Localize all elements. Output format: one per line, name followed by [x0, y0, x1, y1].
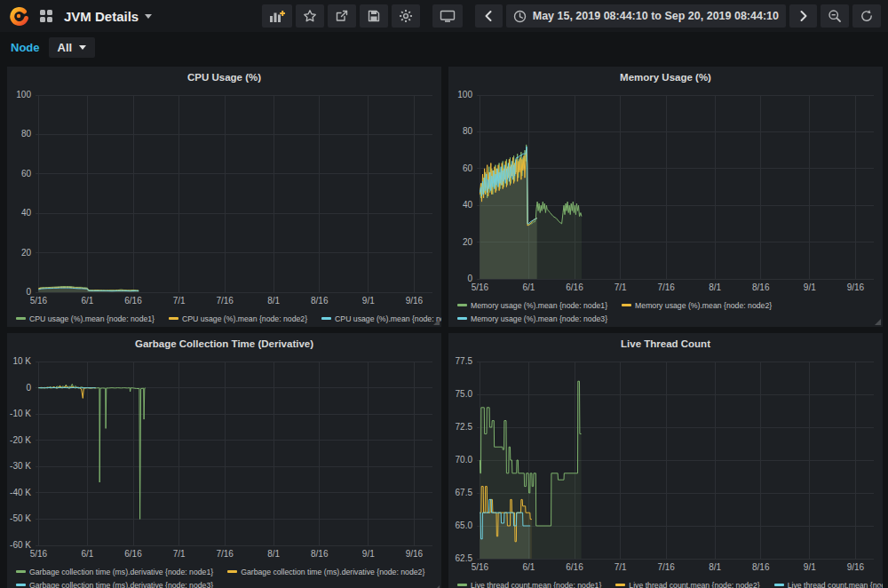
x-axis-tick-label: 9/16: [406, 549, 424, 559]
legend-label: Garbage collection time (ms).derivative …: [241, 568, 424, 576]
legend: Live thread count.mean {node: node1}Live…: [448, 578, 883, 588]
x-axis-tick-label: 8/1: [267, 296, 280, 306]
x-axis-tick-label: 7/1: [614, 282, 627, 292]
y-axis-tick-label: -10 K: [10, 409, 31, 418]
share-icon: [335, 9, 349, 23]
refresh-button[interactable]: [852, 4, 881, 28]
dashboard-title: JVM Details: [64, 9, 139, 24]
legend-item[interactable]: CPU usage (%).mean {node: node2}: [169, 314, 307, 323]
chart-gc-time: 10 K0-10 K-20 K-30 K-40 K-50 K-60 K5/166…: [7, 354, 441, 565]
y-axis-tick-label: 100: [457, 90, 472, 99]
navbar: JVM Details: [0, 0, 888, 32]
legend-label: CPU usage (%).mean {node: node1}: [29, 314, 155, 323]
legend-item[interactable]: Live thread count.mean {node: node1}: [457, 581, 601, 588]
legend-item[interactable]: Garbage collection time (ms).derivative …: [16, 568, 213, 576]
cycle-view-button[interactable]: [432, 4, 463, 28]
y-axis-tick-label: 20: [21, 248, 32, 258]
x-axis-tick-label: 8/1: [709, 282, 721, 292]
x-axis-tick-label: 5/16: [30, 549, 48, 559]
panel-resize-handle[interactable]: [875, 319, 881, 325]
x-axis-tick-label: 8/16: [752, 282, 770, 292]
legend-swatch: [169, 317, 178, 320]
y-axis-tick-label: 10 K: [12, 356, 31, 366]
zoom-out-icon: [828, 9, 842, 23]
y-axis-tick-label: 67.5: [456, 488, 473, 497]
legend-label: Garbage collection time (ms).derivative …: [29, 568, 213, 576]
grafana-logo-icon[interactable]: [7, 4, 30, 28]
legend-item[interactable]: Memory usage (%).mean {node: node3}: [457, 314, 607, 323]
chart-memory-usage: 0204060801005/166/16/167/17/168/18/169/1…: [448, 88, 883, 298]
save-button[interactable]: [360, 4, 388, 28]
time-forward-button[interactable]: [789, 4, 817, 28]
legend-row: CPU usage (%).mean {node: node1}CPU usag…: [16, 312, 432, 325]
star-button[interactable]: [296, 4, 324, 28]
refresh-icon: [860, 9, 874, 23]
legend-label: Live thread count.mean {node: node3}: [788, 581, 883, 588]
legend-swatch: [457, 304, 467, 306]
legend-item[interactable]: Live thread count.mean {node: node2}: [615, 581, 759, 588]
share-button[interactable]: [328, 4, 356, 28]
legend-label: Garbage collection time (ms).derivative …: [29, 581, 213, 588]
x-axis-tick-label: 7/16: [216, 296, 234, 306]
legend-swatch: [615, 584, 625, 586]
legend-label: Memory usage (%).mean {node: node2}: [635, 301, 772, 310]
star-icon: [303, 9, 317, 23]
chevron-left-icon: [484, 10, 493, 22]
legend-item[interactable]: CPU usage (%).mean {node: node1}: [16, 314, 155, 323]
y-axis-tick-label: 80: [463, 126, 473, 136]
x-axis-tick-label: 9/1: [804, 282, 816, 292]
legend-item[interactable]: Memory usage (%).mean {node: node2}: [622, 301, 772, 310]
settings-button[interactable]: [392, 4, 420, 28]
x-axis-tick-label: 8/1: [267, 549, 280, 559]
x-axis-tick-label: 7/16: [216, 549, 234, 559]
legend-item[interactable]: Memory usage (%).mean {node: node1}: [457, 301, 607, 310]
x-axis-tick-label: 9/16: [847, 562, 865, 572]
legend-row: Garbage collection time (ms).derivative …: [16, 578, 432, 588]
panel-title[interactable]: CPU Usage (%): [7, 67, 441, 88]
panel-resize-handle[interactable]: [433, 319, 440, 325]
y-axis-tick-label: 60: [21, 169, 32, 179]
x-axis-tick-label: 6/16: [566, 282, 583, 292]
panel-live-thread-count: Live Thread Count 77.575.072.570.067.565…: [448, 333, 883, 588]
x-axis-tick-label: 7/1: [173, 549, 186, 559]
y-axis-tick-label: 70.0: [456, 455, 473, 465]
legend-item[interactable]: Garbage collection time (ms).derivative …: [16, 581, 213, 588]
x-axis-tick-label: 8/16: [311, 549, 329, 559]
panel-title[interactable]: Memory Usage (%): [448, 67, 883, 88]
y-axis-tick-label: -20 K: [10, 435, 31, 445]
dashboard-picker-grid-icon[interactable]: [39, 9, 53, 23]
legend-row: Garbage collection time (ms).derivative …: [16, 565, 432, 578]
dashboard-title-dropdown[interactable]: JVM Details: [64, 9, 152, 24]
panel-title[interactable]: Garbage Collection Time (Derivative): [7, 333, 441, 354]
gear-icon: [399, 9, 413, 23]
legend-item[interactable]: CPU usage (%).mean {node: node3}: [321, 314, 441, 323]
x-axis-tick-label: 9/16: [847, 282, 865, 292]
y-axis-tick-label: 80: [21, 129, 32, 139]
y-axis-tick-label: 75.0: [456, 389, 473, 399]
tv-icon: [440, 9, 456, 23]
time-range-label: May 15, 2019 08:44:10 to Sep 20, 2019 08…: [533, 10, 779, 22]
y-axis-tick-label: 77.5: [456, 356, 473, 366]
x-axis-tick-label: 5/16: [472, 282, 489, 292]
x-axis-tick-label: 6/16: [566, 562, 583, 572]
legend-swatch: [16, 317, 26, 320]
time-back-button[interactable]: [475, 4, 503, 28]
y-axis-tick-label: -30 K: [10, 461, 31, 471]
legend-item[interactable]: Live thread count.mean {node: node3}: [774, 581, 883, 588]
variable-value: All: [58, 41, 73, 54]
legend-item[interactable]: Garbage collection time (ms).derivative …: [227, 568, 424, 576]
chart-live-thread-count: 77.575.072.570.067.565.062.55/166/16/167…: [448, 354, 883, 578]
time-range-picker[interactable]: May 15, 2019 08:44:10 to Sep 20, 2019 08…: [506, 4, 786, 28]
legend-swatch: [622, 304, 631, 306]
y-axis-tick-label: 40: [21, 208, 32, 218]
add-panel-button[interactable]: [262, 4, 292, 28]
zoom-out-button[interactable]: [821, 4, 849, 28]
variable-label: Node: [11, 41, 40, 54]
series-fill: [38, 384, 145, 519]
x-axis-tick-label: 6/1: [523, 282, 535, 292]
legend-label: Memory usage (%).mean {node: node1}: [471, 301, 607, 310]
x-axis-tick-label: 6/16: [124, 296, 142, 306]
variable-value-dropdown[interactable]: All: [49, 37, 96, 58]
panel-memory-usage: Memory Usage (%) 0204060801005/166/16/16…: [448, 67, 883, 327]
panel-title[interactable]: Live Thread Count: [448, 333, 883, 354]
